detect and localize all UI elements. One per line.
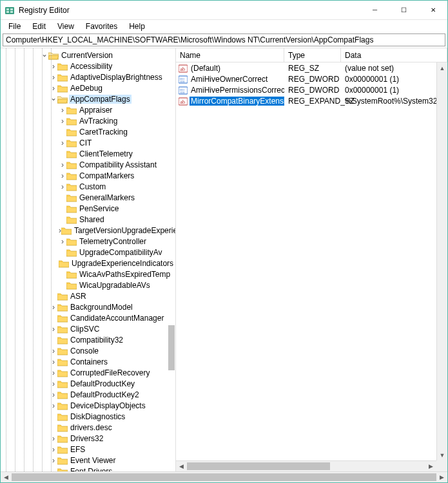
menu-help[interactable]: Help bbox=[124, 21, 150, 32]
expand-toggle[interactable]: › bbox=[59, 172, 66, 180]
tree-item-appraiser[interactable]: › Appraiser bbox=[1, 104, 175, 115]
tree-item-label: TargetVersionUpgradeExperienceIndicators bbox=[73, 226, 176, 235]
tree-item-label: Event Viewer bbox=[69, 456, 117, 465]
folder-icon bbox=[57, 401, 68, 410]
tree-pane: ⌄ CurrentVersion › Accessibility › Adapt… bbox=[1, 48, 176, 471]
tree-item-telemetrycontroller[interactable]: › TelemetryController bbox=[1, 236, 175, 247]
folder-icon bbox=[59, 259, 69, 268]
tree-item-accessibility[interactable]: › Accessibility bbox=[1, 61, 175, 71]
folder-icon bbox=[66, 237, 77, 246]
tree-item-clienttelemetry[interactable]: ClientTelemetry bbox=[1, 148, 175, 159]
tree-item-label: GeneralMarkers bbox=[78, 193, 136, 202]
column-type[interactable]: Type bbox=[284, 48, 341, 62]
menu-view[interactable]: View bbox=[52, 21, 79, 32]
tree-item-label: DefaultProductKey2 bbox=[69, 390, 141, 399]
tree-item-devicedisplayobjects[interactable]: › DeviceDisplayObjects bbox=[1, 400, 175, 411]
menu-edit[interactable]: Edit bbox=[27, 21, 51, 32]
scroll-right-icon[interactable]: ▶ bbox=[425, 461, 436, 472]
value-row[interactable]: (Default) REG_SZ (value not set) bbox=[176, 62, 447, 73]
tree-item-upgradeexperienceindicators[interactable]: UpgradeExperienceIndicators bbox=[1, 258, 175, 269]
value-list[interactable]: (Default) REG_SZ (value not set) AmiHive… bbox=[176, 62, 447, 106]
tree-item-defaultproductkey[interactable]: › DefaultProductKey bbox=[1, 378, 175, 389]
tree-item-corruptedfilerecovery[interactable]: › CorruptedFileRecovery bbox=[1, 367, 175, 378]
tree-item-defaultproductkey2[interactable]: › DefaultProductKey2 bbox=[1, 389, 175, 400]
tree-item-wicaupgradableavs[interactable]: WicaUpgradableAVs bbox=[1, 279, 175, 290]
expand-toggle[interactable]: › bbox=[59, 117, 66, 125]
tree-item-drivers-desc[interactable]: drivers.desc bbox=[1, 422, 175, 433]
tree-item-compatmarkers[interactable]: › CompatMarkers bbox=[1, 170, 175, 181]
tree-item-compatibility32[interactable]: Compatibility32 bbox=[1, 334, 175, 345]
tree-item-containers[interactable]: › Containers bbox=[1, 356, 175, 367]
tree-item-generalmarkers[interactable]: GeneralMarkers bbox=[1, 192, 175, 203]
scroll-up-icon[interactable]: ▲ bbox=[437, 62, 448, 73]
tree-item-backgroundmodel[interactable]: › BackgroundModel bbox=[1, 301, 175, 312]
value-type: REG_DWORD bbox=[284, 86, 341, 95]
column-name[interactable]: Name bbox=[176, 48, 284, 62]
tree-item-compatibility-assistant[interactable]: › Compatibility Assistant bbox=[1, 159, 175, 170]
tree-item-console[interactable]: › Console bbox=[1, 345, 175, 356]
tree-item-shared[interactable]: Shared bbox=[1, 214, 175, 225]
tree-item-font-drivers[interactable]: Font Drivers bbox=[1, 466, 175, 471]
tree-item-diskdiagnostics[interactable]: DiskDiagnostics bbox=[1, 411, 175, 422]
tree-item-label: Shared bbox=[78, 215, 106, 224]
tree-item-custom[interactable]: › Custom bbox=[1, 181, 175, 192]
value-row[interactable]: MirrorCompatBinaryExtension REG_EXPAND_S… bbox=[176, 95, 447, 106]
tree-item-label: AppCompatFlags bbox=[69, 95, 131, 104]
address-bar[interactable]: Computer\HKEY_LOCAL_MACHINE\SOFTWARE\Mic… bbox=[3, 33, 445, 46]
menu-favorites[interactable]: Favorites bbox=[81, 21, 122, 32]
scroll-down-icon[interactable]: ▼ bbox=[437, 450, 448, 460]
tree-item-upgradecompatibilityav[interactable]: UpgradeCompatibilityAv bbox=[1, 247, 175, 258]
expand-toggle[interactable]: › bbox=[59, 106, 66, 114]
tree-item-penservice[interactable]: PenService bbox=[1, 203, 175, 214]
registry-editor-window: Registry Editor ─ ☐ ✕ File Edit View Fav… bbox=[0, 0, 448, 483]
folder-icon bbox=[57, 346, 68, 355]
close-button[interactable]: ✕ bbox=[418, 1, 447, 19]
value-row[interactable]: AmiHivePermissionsCorrect REG_DWORD 0x00… bbox=[176, 84, 447, 95]
tree-item-aedebug[interactable]: › AeDebug bbox=[1, 82, 175, 93]
tree-item-currentversion[interactable]: ⌄ CurrentVersion bbox=[1, 50, 175, 61]
tree-item-asr[interactable]: ASR bbox=[1, 290, 175, 301]
scroll-left-icon[interactable]: ◀ bbox=[176, 461, 187, 472]
window-hscroll[interactable]: ◀ ▶ bbox=[1, 471, 447, 482]
registry-tree[interactable]: ⌄ CurrentVersion › Accessibility › Adapt… bbox=[1, 48, 175, 471]
tree-item-targetversionupgradeexperienceindicators[interactable]: › TargetVersionUpgradeExperienceIndicato… bbox=[1, 225, 175, 236]
menubar: File Edit View Favorites Help bbox=[1, 20, 447, 33]
tree-item-avtracking[interactable]: › AvTracking bbox=[1, 115, 175, 126]
tree-item-candidateaccountmanager[interactable]: CandidateAccountManager bbox=[1, 312, 175, 323]
expand-toggle[interactable]: › bbox=[59, 139, 66, 147]
value-row[interactable]: AmiHiveOwnerCorrect REG_DWORD 0x00000001… bbox=[176, 73, 447, 84]
value-hscroll-thumb[interactable] bbox=[187, 462, 330, 470]
expand-toggle[interactable]: ⌄ bbox=[41, 50, 48, 58]
expand-toggle[interactable]: › bbox=[59, 183, 66, 191]
tree-item-drivers32[interactable]: › Drivers32 bbox=[1, 433, 175, 444]
folder-icon bbox=[66, 128, 77, 137]
folder-icon bbox=[66, 204, 77, 213]
column-data[interactable]: Data bbox=[341, 48, 447, 62]
expand-toggle[interactable]: › bbox=[59, 238, 66, 245]
scroll-left-icon[interactable]: ◀ bbox=[1, 472, 12, 482]
tree-scrollbar-thumb[interactable] bbox=[168, 325, 175, 370]
tree-item-label: UpgradeCompatibilityAv bbox=[78, 248, 164, 257]
folder-icon bbox=[66, 182, 77, 191]
tree-item-wicaavpathsexpiredtemp[interactable]: WicaAvPathsExpiredTemp bbox=[1, 269, 175, 279]
tree-item-adaptivedisplaybrightness[interactable]: › AdaptiveDisplayBrightness bbox=[1, 71, 175, 82]
maximize-button[interactable]: ☐ bbox=[389, 1, 418, 19]
window-hscroll-thumb[interactable] bbox=[12, 473, 436, 481]
menu-file[interactable]: File bbox=[3, 21, 26, 32]
svg-rect-2 bbox=[6, 11, 9, 13]
scroll-right-icon[interactable]: ▶ bbox=[436, 472, 447, 482]
tree-item-carettracking[interactable]: CaretTracking bbox=[1, 126, 175, 137]
expand-toggle[interactable]: ⌄ bbox=[50, 94, 57, 102]
tree-item-efs[interactable]: › EFS bbox=[1, 444, 175, 455]
value-type: REG_EXPAND_SZ bbox=[284, 97, 341, 106]
tree-item-appcompatflags[interactable]: ⌄ AppCompatFlags bbox=[1, 93, 175, 104]
tree-item-cit[interactable]: › CIT bbox=[1, 137, 175, 148]
minimize-button[interactable]: ─ bbox=[360, 1, 389, 19]
value-vscroll[interactable]: ▲ ▼ bbox=[436, 62, 447, 460]
tree-item-clipsvc[interactable]: › ClipSVC bbox=[1, 323, 175, 334]
expand-toggle[interactable]: › bbox=[59, 161, 66, 169]
tree-item-event-viewer[interactable]: › Event Viewer bbox=[1, 455, 175, 466]
svg-rect-4 bbox=[10, 11, 13, 13]
value-hscroll[interactable]: ◀ ▶ bbox=[176, 460, 436, 471]
binary-value-icon bbox=[179, 86, 188, 95]
